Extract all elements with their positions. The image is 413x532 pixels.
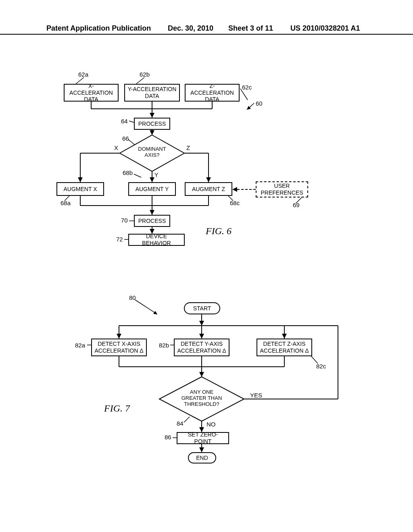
svg-line-38 — [311, 356, 318, 364]
fig7-wires — [0, 0, 413, 532]
svg-line-48 — [184, 417, 190, 422]
